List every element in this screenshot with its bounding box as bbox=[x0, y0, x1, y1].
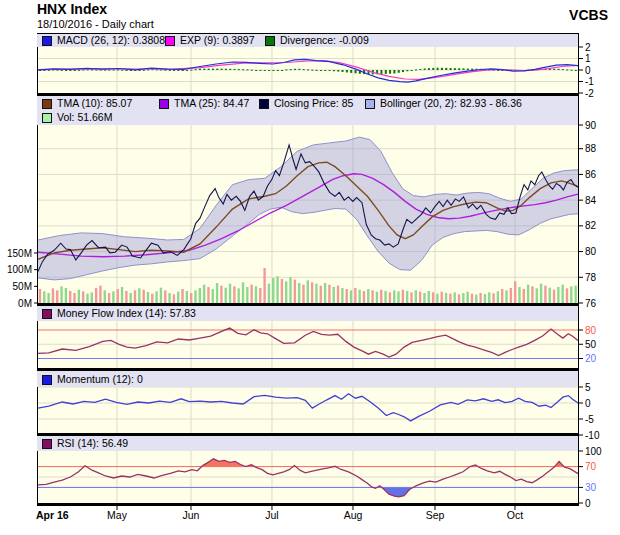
volume-bar bbox=[121, 287, 123, 303]
bollinger-swatch-icon bbox=[365, 99, 375, 109]
volume-bar bbox=[458, 294, 460, 303]
divergence-bar bbox=[402, 70, 404, 72]
volume-bar bbox=[268, 284, 270, 303]
legend-label: Vol: 51.66M bbox=[57, 112, 112, 123]
volume-bar bbox=[380, 290, 382, 303]
chart-window: HNX Index 18/10/2016 - Daily chart VCBS … bbox=[0, 0, 620, 535]
volume-bar bbox=[441, 292, 443, 303]
volume-bar bbox=[358, 290, 360, 303]
volume-bar bbox=[389, 292, 391, 303]
divergence-bar bbox=[471, 69, 473, 70]
volume-bar bbox=[315, 284, 317, 303]
divergence-bar bbox=[69, 70, 71, 71]
volume-bar bbox=[86, 294, 88, 303]
divergence-bar bbox=[419, 69, 421, 70]
divergence-bar bbox=[393, 70, 395, 73]
volume-bar bbox=[514, 281, 516, 303]
volume-bar bbox=[419, 292, 421, 303]
price-axis-label: 88 bbox=[585, 143, 597, 154]
volume-bar bbox=[536, 288, 538, 303]
price-axis-label: 90 bbox=[585, 120, 597, 131]
divergence-bar bbox=[251, 70, 253, 71]
divergence-bar bbox=[463, 68, 465, 70]
divergence-bar bbox=[307, 69, 309, 70]
volume-bar bbox=[207, 287, 209, 303]
volume-bar bbox=[557, 287, 559, 303]
divergence-bar bbox=[259, 70, 261, 71]
momentum-legend: Momentum (12): 0 bbox=[37, 371, 578, 387]
legend-label: Momentum (12): 0 bbox=[57, 374, 143, 385]
legend-item-divergence: Divergence: -0.009 bbox=[265, 35, 369, 46]
divergence-bar bbox=[255, 70, 257, 71]
divergence-bar bbox=[333, 70, 335, 71]
volume-bar bbox=[203, 285, 205, 303]
divergence-bar bbox=[238, 69, 240, 70]
volume-bar bbox=[402, 290, 404, 303]
volume-bar bbox=[410, 292, 412, 303]
volume-axis-label: 150M bbox=[7, 248, 32, 259]
momentum-plot-bg bbox=[38, 387, 578, 433]
volume-bar bbox=[47, 293, 49, 303]
divergence-bar bbox=[290, 69, 292, 70]
closing-price-swatch-icon bbox=[259, 99, 269, 109]
volume-bar bbox=[466, 292, 468, 303]
volume-bar bbox=[220, 286, 222, 303]
legend-label: EXP (9): 0.3897 bbox=[180, 35, 255, 46]
volume-bar bbox=[540, 284, 542, 303]
volume-bar bbox=[39, 289, 41, 303]
rsi-legend: RSI (14): 56.49 bbox=[37, 436, 578, 451]
volume-bar bbox=[328, 285, 330, 303]
volume-bar bbox=[82, 291, 84, 303]
divergence-bar bbox=[450, 68, 452, 70]
macd-axis-label: 0 bbox=[585, 65, 591, 76]
volume-bar bbox=[523, 289, 525, 303]
x-axis-month-label: Sep bbox=[426, 509, 445, 521]
macd-axis-label: -2 bbox=[585, 88, 594, 99]
legend-item-close: Closing Price: 85 bbox=[259, 98, 353, 109]
volume-bar bbox=[432, 292, 434, 303]
tma25-swatch-icon bbox=[159, 99, 169, 109]
volume-bar bbox=[354, 288, 356, 303]
divergence-bar bbox=[428, 68, 430, 70]
momentum-swatch-icon bbox=[42, 375, 52, 385]
volume-axis-label: 50M bbox=[13, 281, 32, 292]
volume-bar bbox=[337, 286, 339, 303]
legend-label: RSI (14): 56.49 bbox=[57, 438, 128, 449]
volume-bar bbox=[164, 290, 166, 303]
volume-bar bbox=[428, 291, 430, 303]
volume-bar bbox=[272, 278, 274, 303]
mfi-legend: Money Flow Index (14): 57.83 bbox=[37, 306, 578, 321]
volume-bar bbox=[561, 285, 563, 303]
volume-bar bbox=[345, 289, 347, 303]
volume-bar bbox=[186, 291, 188, 303]
divergence-bar bbox=[320, 70, 322, 71]
volume-bar bbox=[289, 277, 291, 303]
divergence-bar bbox=[454, 68, 456, 70]
volume-bar bbox=[371, 290, 373, 303]
divergence-bar bbox=[437, 68, 439, 70]
divergence-bar bbox=[190, 70, 192, 71]
volume-bar bbox=[570, 286, 572, 303]
divergence-bar bbox=[264, 70, 266, 71]
divergence-bar bbox=[117, 69, 119, 70]
volume-bar bbox=[484, 294, 486, 303]
volume-bar bbox=[151, 294, 153, 303]
divergence-bar bbox=[281, 70, 283, 71]
divergence-bar bbox=[186, 70, 188, 71]
divergence-bar bbox=[61, 70, 63, 71]
panel-separator bbox=[37, 503, 579, 506]
macd-swatch-icon bbox=[42, 36, 52, 46]
momentum-axis-label: 5 bbox=[585, 382, 591, 393]
divergence-bar bbox=[566, 69, 568, 70]
divergence-bar bbox=[311, 70, 313, 71]
rsi-swatch-icon bbox=[42, 439, 52, 449]
macd-legend: MACD (26, 12): 0.3808 EXP (9): 0.3897 Di… bbox=[37, 34, 578, 47]
mfi-axis-label: 50 bbox=[585, 339, 597, 350]
divergence-bar bbox=[195, 69, 197, 70]
divergence-bar bbox=[216, 69, 218, 70]
divergence-bar bbox=[355, 70, 357, 73]
volume-bar bbox=[501, 289, 503, 303]
volume-bar bbox=[436, 294, 438, 303]
volume-bar bbox=[112, 291, 114, 303]
rsi-axis-label: 70 bbox=[585, 461, 597, 472]
